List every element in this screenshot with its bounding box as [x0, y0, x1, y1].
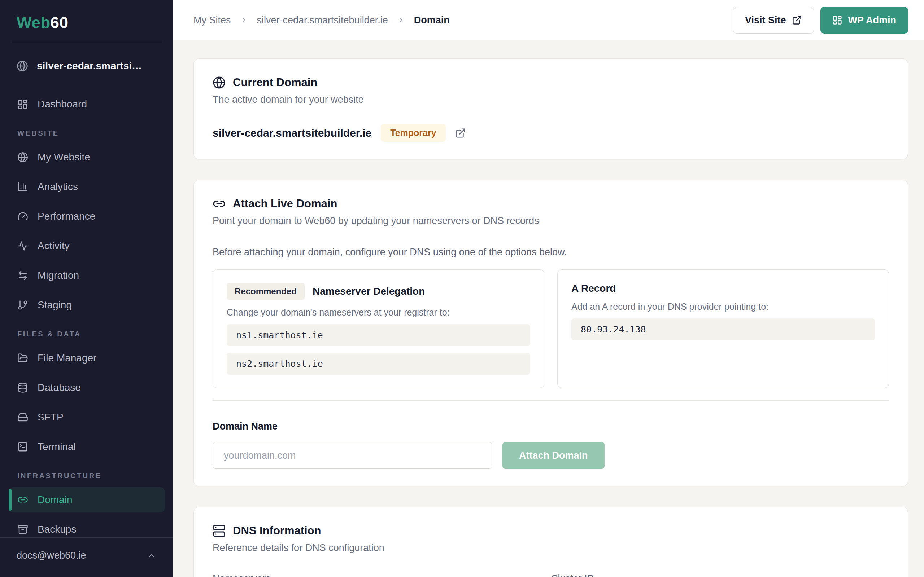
chevron-right-icon	[397, 16, 405, 24]
sidebar-item-dashboard[interactable]: Dashboard	[9, 92, 165, 117]
option-description: Change your domain's nameservers at your…	[227, 307, 530, 318]
wp-admin-label: WP Admin	[848, 15, 897, 26]
active-domain-value: silver-cedar.smartsitebuilder.ie	[213, 127, 372, 139]
sidebar-item-my-website[interactable]: My Website	[9, 145, 165, 170]
nameserver-1-value: ns1.smarthost.ie	[227, 324, 530, 346]
domain-name-label: Domain Name	[213, 421, 889, 432]
logo-part-web: Web	[16, 14, 50, 31]
option-description: Add an A record in your DNS provider poi…	[571, 301, 875, 312]
current-domain-card: Current Domain The active domain for you…	[194, 58, 908, 160]
sidebar-item-label: Terminal	[37, 441, 76, 453]
nameservers-label: Nameservers	[213, 573, 551, 577]
sidebar-item-label: Dashboard	[37, 98, 87, 110]
nameservers-column: Nameservers ns1.smarthost.ie	[213, 573, 551, 577]
hard-drive-icon	[17, 412, 28, 423]
folder-open-icon	[17, 353, 28, 364]
card-title: Attach Live Domain	[233, 197, 337, 210]
section-heading-infrastructure: INFRASTRUCTURE	[17, 472, 156, 480]
sidebar-item-label: My Website	[37, 152, 90, 163]
sidebar-item-label: Activity	[37, 240, 69, 252]
sidebar-item-analytics[interactable]: Analytics	[9, 174, 165, 200]
topbar-actions: Visit Site WP Admin	[733, 7, 908, 34]
app-logo: Web60	[0, 0, 173, 43]
sidebar-item-domain[interactable]: Domain	[9, 487, 165, 513]
activity-pulse-icon	[17, 240, 28, 251]
sidebar: Web60 silver-cedar.smartsi… Dashboard WE…	[0, 0, 173, 577]
chevron-up-icon	[147, 551, 157, 561]
sidebar-item-label: File Manager	[37, 352, 96, 364]
external-link-icon	[792, 15, 802, 25]
wp-admin-button[interactable]: WP Admin	[821, 7, 908, 34]
sidebar-item-label: Backups	[37, 524, 76, 535]
gauge-icon	[17, 211, 28, 222]
card-subtitle: The active domain for your website	[213, 94, 889, 105]
sidebar-item-database[interactable]: Database	[9, 375, 165, 400]
account-footer[interactable]: docs@web60.ie	[0, 537, 173, 577]
visit-site-button[interactable]: Visit Site	[733, 7, 814, 34]
globe-icon	[16, 60, 28, 72]
option-title: A Record	[571, 283, 616, 294]
sidebar-item-label: SFTP	[37, 411, 63, 423]
temporary-badge: Temporary	[381, 124, 446, 142]
card-subtitle: Point your domain to Web60 by updating y…	[213, 215, 889, 226]
dns-options: Recommended Nameserver Delegation Change…	[213, 269, 889, 388]
domain-name-input[interactable]	[213, 442, 492, 469]
a-record-ip-value: 80.93.24.138	[571, 318, 875, 340]
chevron-right-icon	[240, 16, 248, 24]
account-email: docs@web60.ie	[16, 550, 86, 561]
card-title: Current Domain	[233, 76, 317, 89]
terminal-icon	[17, 442, 28, 452]
sidebar-nav: Dashboard WEBSITE My Website Analytics P…	[0, 84, 173, 537]
sidebar-item-label: Analytics	[37, 181, 78, 193]
cluster-ip-label: Cluster IP	[551, 573, 889, 577]
attach-domain-button[interactable]: Attach Domain	[502, 442, 604, 469]
server-icon	[213, 524, 226, 537]
open-domain-link[interactable]	[455, 128, 466, 139]
git-branch-icon	[17, 300, 28, 311]
sidebar-item-file-manager[interactable]: File Manager	[9, 345, 165, 371]
section-heading-website: WEBSITE	[17, 129, 156, 137]
sidebar-item-label: Performance	[37, 211, 95, 222]
recommended-chip: Recommended	[227, 283, 305, 300]
logo-part-60: 60	[50, 14, 69, 31]
sidebar-item-label: Database	[37, 382, 81, 393]
breadcrumb-my-sites[interactable]: My Sites	[194, 15, 231, 26]
link-icon	[213, 197, 226, 210]
current-site-selector[interactable]: silver-cedar.smartsi…	[0, 43, 173, 84]
section-heading-files-data: FILES & DATA	[17, 330, 156, 338]
dns-options-intro: Before attaching your domain, configure …	[213, 247, 889, 258]
sidebar-item-activity[interactable]: Activity	[9, 233, 165, 259]
globe-icon	[17, 152, 28, 163]
breadcrumb: My Sites silver-cedar.smartsitebuilder.i…	[194, 15, 450, 26]
sidebar-item-migration[interactable]: Migration	[9, 263, 165, 288]
card-title: DNS Information	[233, 524, 321, 537]
bar-chart-icon	[17, 181, 28, 192]
link-icon	[17, 495, 28, 505]
nameserver-delegation-option: Recommended Nameserver Delegation Change…	[213, 269, 544, 388]
a-record-option: A Record Add an A record in your DNS pro…	[557, 269, 889, 388]
visit-site-label: Visit Site	[745, 15, 786, 26]
page-content: Current Domain The active domain for you…	[173, 40, 924, 577]
arrows-right-left-icon	[17, 270, 28, 281]
card-subtitle: Reference details for DNS configuration	[213, 542, 889, 554]
sidebar-item-backups[interactable]: Backups	[9, 517, 165, 537]
attach-live-domain-card: Attach Live Domain Point your domain to …	[194, 180, 908, 487]
dashboard-icon	[17, 99, 28, 110]
option-title: Nameserver Delegation	[313, 285, 425, 297]
sidebar-item-terminal[interactable]: Terminal	[9, 434, 165, 459]
sidebar-item-sftp[interactable]: SFTP	[9, 405, 165, 430]
main-area: My Sites silver-cedar.smartsitebuilder.i…	[173, 0, 924, 577]
wp-admin-grid-icon	[832, 15, 842, 25]
dns-information-card: DNS Information Reference details for DN…	[194, 507, 908, 577]
sidebar-item-staging[interactable]: Staging	[9, 292, 165, 318]
archive-box-icon	[17, 524, 28, 535]
cluster-ip-column: Cluster IP 80.93.24.138	[551, 573, 889, 577]
sidebar-item-performance[interactable]: Performance	[9, 204, 165, 229]
nameserver-2-value: ns2.smarthost.ie	[227, 353, 530, 375]
globe-icon	[213, 76, 226, 89]
topbar: My Sites silver-cedar.smartsitebuilder.i…	[173, 0, 924, 40]
breadcrumb-site[interactable]: silver-cedar.smartsitebuilder.ie	[257, 15, 388, 26]
dns-details: Nameservers ns1.smarthost.ie Cluster IP …	[213, 573, 889, 577]
sidebar-item-label: Migration	[37, 270, 79, 281]
database-icon	[17, 382, 28, 393]
